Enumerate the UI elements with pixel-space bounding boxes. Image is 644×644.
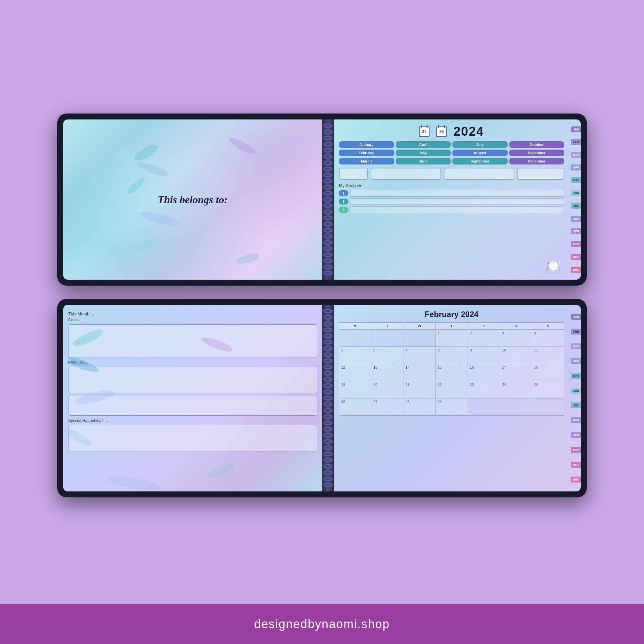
tab2-sep[interactable]: SEP [571,432,581,438]
cal-header-t1: T [371,323,403,330]
cal-cell-21: 21 [403,381,436,398]
spiral-loop [323,346,333,351]
tablet2-right-page: February 2024 M T W T F S S [334,305,581,491]
month-btn-sep[interactable]: September [452,158,508,164]
spiral-loop [323,315,333,320]
tab2-jul[interactable]: JUL [571,402,581,408]
tab2-jun[interactable]: JUN [571,388,581,394]
spiral-loop [323,309,333,313]
cal-header-s1: S [500,323,532,330]
cal-cell-8: 8 [436,347,468,364]
spiral-loop [323,458,333,462]
tab-dec[interactable]: DEC [571,267,581,273]
placeholder-box-3 [444,168,514,180]
calendar-icon-1[interactable]: 24 [419,126,430,137]
section-btn-2[interactable]: 2 [339,199,348,205]
tablet-2: This Month.... Goals.... Priorities.... … [57,299,587,497]
tab2-dec[interactable]: DEC [571,477,581,483]
tab2-jan[interactable]: JAN [571,314,581,320]
month-btn-mar[interactable]: March [339,158,394,164]
cal-cell-17: 17 [500,364,532,381]
month-btn-dec[interactable]: December [509,158,565,164]
spiral-loop [323,371,333,376]
cal-cell-26: 26 [339,398,371,416]
spiral-loop [323,433,333,437]
month-btn-apr[interactable]: April [396,141,451,148]
svg-point-1 [136,160,170,179]
cal-cell-9: 9 [468,347,500,364]
spiral-loop [323,402,333,407]
belongs-to-text: This belongs to: [158,194,228,206]
cal-header-s2: S [532,323,564,330]
happenings-box [68,425,317,451]
cal-cell [339,330,371,347]
cal-cell [500,398,532,416]
tab-aug[interactable]: AUG [571,216,581,222]
placeholder-box-4 [517,168,564,180]
spiral-loop [323,321,333,326]
month-btn-jul[interactable]: July [452,141,508,148]
svg-point-2 [126,175,147,196]
placeholder-boxes [339,168,577,180]
cal-cell-16: 16 [468,364,500,381]
goals-box [68,324,317,357]
month-tabs-t2: JAN FEB MAR APR MAY JUN JUL AUG SEP OCT … [571,305,581,491]
spiral-loop [323,483,333,487]
tab2-aug[interactable]: AUG [571,417,581,423]
spiral-loop [323,445,333,450]
month-btn-oct[interactable]: October [509,141,565,148]
this-month-label: This Month.... [68,311,317,316]
cal-cell-18: 18 [532,364,564,381]
tab2-may[interactable]: MAY [571,373,581,379]
spiral-loop [323,358,333,363]
spiral-binding-2 [322,305,334,491]
section-btn-3[interactable]: 3 [339,207,348,213]
spiral-loop [323,253,333,257]
cal-cell-27: 27 [371,398,403,416]
month-grid: January April July October February May … [339,141,577,164]
tab2-nov[interactable]: NOV [571,462,581,468]
spiral-loop [323,161,333,165]
tab-nov[interactable]: NOV [571,254,581,260]
tab-jan[interactable]: JAN [571,126,581,132]
month-btn-aug[interactable]: August [452,150,508,156]
section-item-3: 3 [339,207,564,213]
spiral-loop [323,191,333,196]
dinner-icon: 🍽️ [546,259,561,273]
svg-point-3 [139,209,180,228]
section-btn-1[interactable]: 1 [339,190,348,196]
cal-cell-12: 12 [339,364,371,381]
tab-jul[interactable]: JUL [571,203,581,209]
tab-mar[interactable]: MAR [571,152,581,158]
month-btn-jun[interactable]: June [396,158,451,164]
svg-point-13 [107,474,161,491]
footer-bar: designedbynaomi.shop [0,604,644,644]
cal-cell-23: 23 [468,381,500,398]
tab-apr[interactable]: APR [571,164,581,170]
tab2-mar[interactable]: MAR [571,343,581,349]
tab2-apr[interactable]: APR [571,358,581,364]
spiral-loop [323,136,333,140]
month-btn-jan[interactable]: January [339,141,394,148]
tab2-feb[interactable]: FEB [571,329,581,335]
svg-point-12 [207,461,234,480]
spiral-loop [323,179,333,183]
calendar-icon-2[interactable]: 25 [436,126,447,137]
tablet-1: This belongs to: [57,114,587,286]
cal-cell-22: 22 [436,381,468,398]
month-btn-nov[interactable]: November [509,150,565,156]
tab-feb[interactable]: FEB [571,139,581,145]
svg-point-5 [227,135,257,157]
tab-may[interactable]: MAY [571,177,581,183]
tab-jun[interactable]: JUN [571,190,581,196]
month-btn-feb[interactable]: February [339,150,394,156]
month-btn-may[interactable]: May [396,150,451,156]
cal-cell [468,398,500,416]
spiral-loop [323,123,333,128]
spiral-loop [323,390,333,394]
cal-header-t2: T [436,323,468,330]
tab2-oct[interactable]: OCT [571,447,581,453]
tab-oct[interactable]: OCT [571,241,581,247]
tab-sep[interactable]: SEP [571,228,581,234]
calendar-icon-2-num: 25 [439,129,444,134]
